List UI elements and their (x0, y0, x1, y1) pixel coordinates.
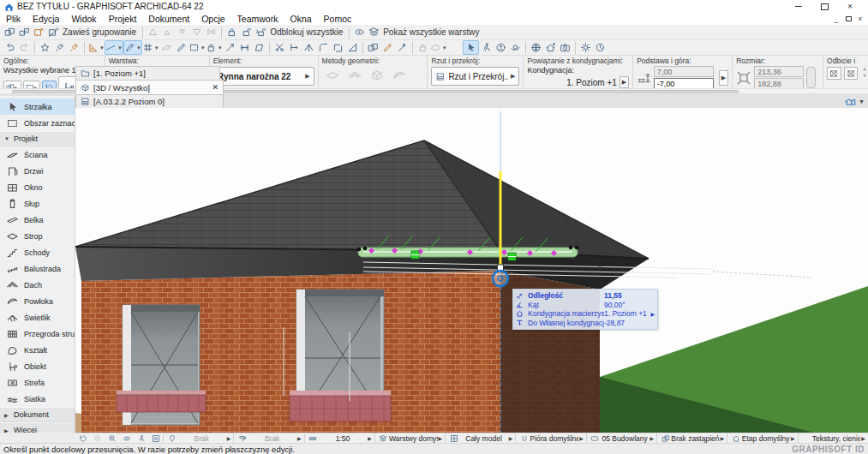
marquee-frame-icon[interactable]: ▼ (189, 41, 206, 55)
geometry-method-3-icon[interactable] (370, 69, 384, 82)
grid-snap-icon[interactable]: ▼ (142, 41, 159, 55)
snap-guides-icon[interactable]: ▼ (105, 40, 123, 55)
send-to-back-icon[interactable] (189, 26, 204, 39)
bring-to-front-icon[interactable] (146, 26, 160, 39)
toolbox-item-strop[interactable]: Strop (0, 228, 75, 244)
tab-1[interactable]: [1. Poziom +1] (75, 66, 220, 80)
base-options-button[interactable]: ▶ (719, 70, 728, 86)
redo-icon[interactable] (17, 41, 32, 55)
favorites-icon[interactable] (38, 41, 52, 55)
scissors-icon[interactable] (272, 41, 287, 55)
menu-edycja[interactable]: Edycja (27, 14, 66, 24)
toolbox-item-schody[interactable]: Schody (0, 244, 75, 260)
globe-icon[interactable] (529, 41, 543, 55)
zoom-preset-dropdown-arrow[interactable]: ▶ (297, 435, 302, 441)
edit-group-icon[interactable] (366, 41, 380, 55)
view-style-dropdown-arrow[interactable]: ▶ (861, 435, 865, 441)
unlock-all-button-label[interactable]: Odblokuj wszystkie (270, 27, 343, 37)
quickbar-layer-combination[interactable]: Warstwy domyśl...▶ (374, 433, 445, 444)
menu-opcje[interactable]: Opcje (195, 14, 230, 24)
geometry-method-1-icon[interactable] (326, 69, 339, 82)
unlock-icon[interactable] (239, 26, 254, 39)
order-icon[interactable] (204, 26, 218, 39)
renovation-filter-dropdown-arrow[interactable]: ▶ (791, 435, 795, 441)
mdi-minimize-button[interactable]: _ (830, 13, 842, 24)
menu-dokument[interactable]: Dokument (142, 14, 195, 24)
explore-icon[interactable] (479, 41, 494, 55)
quickbar-view-preset[interactable]: Brak▶ (163, 433, 233, 444)
quickbar-pen-set[interactable]: Pióra domyślne▶ (515, 433, 585, 444)
inject-parameters-icon[interactable] (67, 41, 81, 55)
mirror-y-button[interactable] (844, 67, 859, 80)
toolbox-item-strefa[interactable]: Strefa (0, 374, 75, 391)
tracker-value[interactable]: 90,00° (604, 301, 649, 309)
view-preset-dropdown-arrow[interactable]: ▶ (227, 435, 231, 441)
tab-3[interactable]: [A.03.2.2 Poziom 0] (75, 94, 224, 108)
toolbox-item-przegroda-struk-[interactable]: Przegroda struk... (0, 326, 75, 342)
top-offset-field[interactable]: 7,00 (654, 66, 714, 77)
toolbox-item-okno[interactable]: Okno (0, 179, 75, 195)
geometry-method-4-icon[interactable] (392, 69, 406, 82)
snap-points-icon[interactable]: ▼ (123, 40, 142, 55)
suspend-groups-button[interactable] (46, 26, 61, 39)
pen-set-dropdown-arrow[interactable]: ▶ (579, 435, 584, 441)
toolbox-item-świetlik[interactable]: Świetlik (0, 309, 75, 326)
menu-plik[interactable]: Plik (0, 14, 27, 24)
layer-combination-dropdown-arrow[interactable]: ▶ (439, 435, 443, 441)
sun-icon[interactable] (578, 41, 593, 55)
tab-close-icon[interactable]: ✕ (207, 83, 218, 92)
pick-up-parameters-icon[interactable] (52, 41, 67, 55)
toolbox-group-projekt[interactable]: ▼Projekt (0, 131, 75, 146)
toolbox-item-obiekt[interactable]: Obiekt (0, 358, 75, 374)
menu-projekt[interactable]: Projekt (103, 14, 143, 24)
teamwork-lock-icon[interactable] (416, 41, 430, 55)
story-selector[interactable]: ▶ (620, 76, 629, 88)
toolbox-item-siatka[interactable]: Siatka (0, 391, 75, 407)
quickbar-renovation-filter[interactable]: Etap domyślny▶ (727, 433, 797, 444)
geometry-method-2-icon[interactable] (348, 69, 362, 82)
mirror-x-button[interactable] (827, 67, 841, 80)
show-all-layers-button-label[interactable]: Pokaż wszystkie warstwy (383, 27, 479, 37)
guide-lines-icon[interactable]: ▼ (87, 41, 105, 55)
quickbar-dimension-style[interactable]: 05 Budowlany▶ (586, 433, 656, 444)
quickbar-view-style[interactable]: undefinedTekstury, cienie, ...▶ (798, 433, 868, 444)
sun-study-icon[interactable] (593, 41, 608, 55)
tab-2[interactable]: [3D / Wszystko]✕ (75, 80, 224, 94)
quickbar-zoom-preset[interactable]: Brak▶ (233, 433, 303, 444)
model-filter-dropdown-arrow[interactable]: ▶ (509, 435, 513, 441)
toolbox-item-powłoka[interactable]: Powłoka (0, 293, 75, 309)
suspend-groups-button-label[interactable]: Zawieś grupowanie (63, 27, 136, 37)
quickbar-scale[interactable]: 1:50▶ (304, 433, 374, 444)
proportion-lock-toggle[interactable] (806, 67, 816, 88)
element-snap-icon[interactable] (174, 41, 189, 55)
maximize-button[interactable] (811, 0, 837, 13)
magic-wand-icon[interactable] (395, 41, 410, 55)
teamwork-sync-icon[interactable]: ▼ (430, 41, 447, 55)
toolbox-item-ściana[interactable]: Ściana (0, 146, 75, 163)
toolbox-item-balustrada[interactable]: Balustrada (0, 260, 75, 277)
size-width-field[interactable]: 213,36 (754, 66, 804, 77)
distort-icon[interactable] (252, 41, 266, 55)
undo-icon[interactable] (3, 41, 17, 55)
tracker-value[interactable]: -28,87 (604, 319, 649, 327)
scale-dropdown-arrow[interactable]: ▶ (368, 435, 372, 441)
viewport-3d[interactable]: x y (75, 108, 868, 433)
quickbar-model-filter[interactable]: Cały model▶ (445, 433, 515, 444)
zoom-icon[interactable] (105, 433, 119, 443)
resize-icon[interactable] (345, 41, 360, 55)
lock-small-icon[interactable]: ▼ (206, 41, 223, 55)
toolbox-item-kształt[interactable]: Kształt (0, 342, 75, 358)
quickbar-graphic-override[interactable]: Brak zastąpień▶ (656, 433, 727, 444)
infobox-overflow-scroll[interactable]: ▲▼ (861, 56, 868, 88)
plan-section-button[interactable]: Rzut i Przekrój... ▶ (431, 67, 519, 86)
menu-widok[interactable]: Widok (65, 14, 102, 24)
mdi-close-button[interactable]: × (854, 13, 866, 24)
menu-okna[interactable]: Okna (284, 14, 317, 24)
ungroup-icon[interactable] (17, 26, 32, 39)
orbit-icon[interactable] (75, 433, 90, 443)
previous-view-icon[interactable] (90, 433, 105, 443)
dimension-icon[interactable] (237, 41, 252, 55)
photo-icon[interactable] (558, 41, 572, 55)
toolbox-item-strzałka[interactable]: Strzałka (0, 99, 75, 115)
unlock-all-button[interactable] (254, 26, 268, 39)
